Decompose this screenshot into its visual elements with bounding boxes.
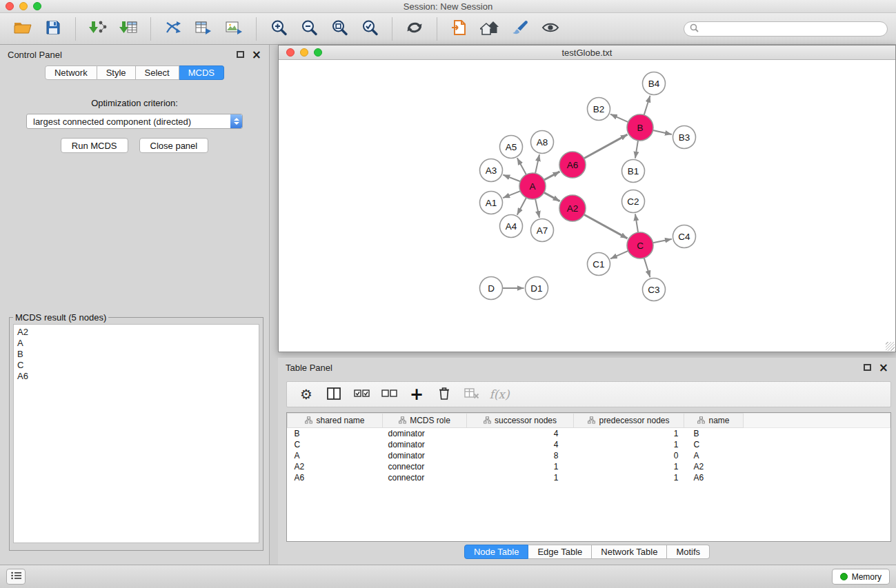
graph-node-A8[interactable]: A8 [531,131,554,154]
select-all-columns-button[interactable] [349,383,374,405]
run-mcds-button[interactable]: Run MCDS [61,138,128,153]
table-cell[interactable]: A6 [288,472,383,483]
table-cell[interactable]: B [288,428,383,439]
table-cell[interactable]: connector [383,472,467,483]
network-home-button[interactable] [475,16,504,42]
table-cell[interactable]: A2 [288,461,383,472]
float-panel-icon[interactable] [237,51,244,58]
graph-node-C2[interactable]: C2 [622,190,645,213]
table-cell[interactable]: A [684,450,744,461]
graph-edge-A6-B[interactable] [584,134,628,159]
tab-style[interactable]: Style [97,65,136,80]
table-cell[interactable]: 8 [467,450,574,461]
table-cell[interactable]: 4 [467,428,574,439]
refresh-button[interactable] [400,16,429,42]
graph-edge-C-C3[interactable] [644,258,650,277]
graph-node-B2[interactable]: B2 [588,98,610,121]
table-row[interactable]: Cdominator41C [288,439,890,450]
graph-node-D[interactable]: D [480,277,503,300]
table-cell[interactable]: A2 [684,461,744,472]
graph-node-A2[interactable]: A2 [559,195,586,221]
graph-node-B4[interactable]: B4 [643,72,666,95]
result-item[interactable]: C [17,360,255,371]
graph-node-C3[interactable]: C3 [643,278,666,301]
table-cell[interactable]: 1 [574,439,684,450]
optimization-criterion-dropdown[interactable]: largest connected component (directed) [26,114,243,129]
zoom-fit-button[interactable] [325,16,354,42]
graph-node-A7[interactable]: A7 [531,219,554,242]
close-table-panel-icon[interactable]: × [879,362,888,374]
zoom-network-window-button[interactable] [314,48,322,57]
graph-edge-B-B1[interactable] [635,141,638,159]
graph-node-A1[interactable]: A1 [480,192,503,214]
export-image-button[interactable] [219,16,248,42]
import-table-button[interactable] [114,16,143,42]
graph-edge-B-B2[interactable] [610,114,628,123]
table-cell[interactable]: 1 [467,461,574,472]
result-item[interactable]: B [17,349,255,360]
table-cell[interactable]: 1 [467,472,574,483]
result-item[interactable]: A2 [17,327,255,338]
graph-node-A4[interactable]: A4 [500,215,523,238]
table-cell[interactable]: B [684,428,744,439]
show-graphics-button[interactable] [536,16,565,42]
zoom-window-button[interactable] [33,2,41,10]
graph-edge-B-B3[interactable] [653,130,672,134]
column-header-predecessor-nodes[interactable]: predecessor nodes [574,414,684,428]
memory-button[interactable]: Memory [832,569,890,585]
graph-edge-C-C1[interactable] [610,251,628,259]
graph-edge-A-A6[interactable] [544,172,560,180]
table-settings-button[interactable]: ⚙ [294,383,319,405]
table-cell[interactable]: 1 [574,428,684,439]
graph-edge-B-B4[interactable] [644,96,650,115]
graph-node-A6[interactable]: A6 [559,152,586,178]
table-row[interactable]: Bdominator41B [288,428,890,439]
graph-edge-A-A7[interactable] [535,199,539,218]
save-session-button[interactable] [39,16,68,42]
show-columns-button[interactable] [321,383,346,405]
close-panel-icon[interactable]: × [252,49,261,61]
table-row[interactable]: A2connector11A2 [288,461,890,472]
graph-edge-A-A1[interactable] [503,191,520,198]
table-row[interactable]: Adominator80A [288,450,890,461]
table-cell[interactable]: 4 [467,439,574,450]
graph-edge-A-A3[interactable] [503,175,520,182]
tab-network[interactable]: Network [45,65,97,80]
table-cell[interactable]: 1 [574,472,684,483]
unselect-all-columns-button[interactable] [377,383,401,405]
graph-edge-C-C2[interactable] [635,214,638,232]
minimize-network-window-button[interactable] [300,48,308,57]
tab-edge-table[interactable]: Edge Table [528,545,592,559]
column-header-successor-nodes[interactable]: successor nodes [467,414,574,428]
zoom-out-button[interactable] [295,16,323,42]
close-panel-button[interactable]: Close panel [139,138,209,153]
graph-edge-A-A2[interactable] [544,192,560,201]
tab-network-table[interactable]: Network Table [592,545,667,559]
minimize-window-button[interactable] [19,2,28,10]
zoom-in-button[interactable] [264,16,293,42]
graph-node-D1[interactable]: D1 [526,277,548,300]
graph-edge-A2-C[interactable] [584,214,628,239]
graph-node-B[interactable]: B [627,114,653,141]
graph-node-C1[interactable]: C1 [588,253,610,276]
table-cell[interactable]: 1 [574,461,684,472]
table-cell[interactable]: C [288,439,383,450]
column-header-shared-name[interactable]: shared name [288,414,383,428]
graph-node-B1[interactable]: B1 [622,160,645,183]
network-canvas[interactable]: B4B2BB3A8A5A6A3B1AC2A1A2A4A7C4CC1C3DD1 [279,60,895,352]
create-column-button[interactable]: + [404,383,429,405]
column-header-MCDS-role[interactable]: MCDS role [383,414,467,428]
new-table-button[interactable] [189,16,218,42]
result-item[interactable]: A6 [17,371,255,382]
delete-column-button[interactable] [432,383,457,405]
graph-edge-C-C4[interactable] [653,239,672,243]
document-import-button[interactable] [445,16,474,42]
tab-motifs[interactable]: Motifs [667,545,710,559]
graph-node-A5[interactable]: A5 [500,136,523,159]
search-input[interactable] [702,24,882,34]
float-table-panel-icon[interactable] [864,364,871,371]
task-history-button[interactable] [6,569,26,585]
close-network-window-button[interactable] [286,48,295,57]
table-cell[interactable]: A [288,450,383,461]
close-window-button[interactable] [6,2,14,10]
